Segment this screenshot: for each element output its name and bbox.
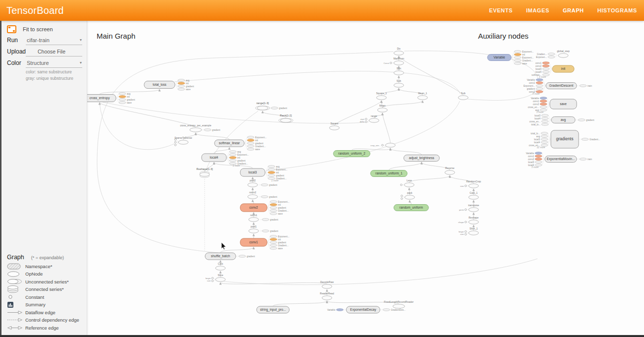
graph-node-sub[interactable]: Sub	[394, 79, 404, 88]
bottom-scrollbar[interactable]	[0, 335, 644, 337]
graph-canvas[interactable]: avginitgradientsavetotal_lossavginitgrad…	[87, 21, 644, 335]
graph-node-grads[interactable]: Gradient...total_lo...avglocal3local4cro…	[529, 130, 600, 149]
graph-node-sq[interactable]: Square	[329, 122, 339, 130]
graph-node-r13[interactable]: gradientrange[1-3]	[256, 102, 288, 110]
svg-text:local4: local4	[534, 141, 540, 144]
graph-node-var[interactable]: Exponent...initExponent...Gradient...sav…	[487, 51, 534, 65]
graph-node-pack[interactable]: pack	[401, 191, 415, 200]
graph-node-rsr[interactable]: shapeReshape	[458, 216, 479, 225]
graph-node-sm[interactable]: Exponent...initgradientGradient...saveso…	[215, 136, 267, 151]
svg-text:conv1: conv1	[528, 155, 535, 158]
graph-node-n2[interactable]: gradientnorm2	[248, 191, 277, 199]
graph-node-ru2[interactable]: random_uniform_2	[333, 151, 370, 157]
mouse-cursor	[221, 242, 226, 250]
tab-graph[interactable]: GRAPH	[563, 7, 584, 13]
graph-node-less[interactable]: Less	[400, 179, 414, 187]
graph-node-avg[interactable]: gradientlocal3local4cross_en...total_lo.…	[530, 114, 595, 126]
graph-node-rev[interactable]: Reverse	[445, 167, 455, 175]
svg-text:conv1: conv1	[249, 240, 258, 244]
svg-text:conv1: conv1	[533, 100, 539, 103]
svg-text:Const: Const	[383, 62, 389, 64]
legend-item-control-edge: Control dependency edge	[7, 316, 85, 324]
graph-node-slice[interactable]: beginsizeSlice	[206, 274, 225, 282]
graph-node-tr[interactable]: permtranspose	[459, 204, 479, 212]
svg-text:FixedLengthRecordReader: FixedLengthRecordReader	[384, 300, 414, 303]
svg-text:total_lo...: total_lo...	[531, 132, 540, 135]
run-select[interactable]: cifar-train ▾	[26, 36, 82, 45]
svg-text:init: init	[255, 139, 259, 142]
tab-histograms[interactable]: HISTOGRAMS	[597, 7, 637, 13]
graph-node-c1[interactable]: Exponent...initgradientGradient...saveco…	[240, 235, 289, 250]
graph-legend: Graph (* = expandable) Namespace*OpNodeU…	[7, 254, 85, 332]
color-select-value: Structure	[27, 60, 49, 66]
svg-text:perm: perm	[459, 209, 464, 211]
svg-text:cross_en...: cross_en...	[528, 106, 539, 109]
svg-text:Sub: Sub	[461, 92, 466, 95]
graph-node-flrr[interactable]: FixedLengthRecordReader	[384, 300, 414, 309]
graph-node-cast[interactable]: Cast	[215, 262, 225, 271]
graph-node-mn1[interactable]: Mean_1	[418, 92, 428, 100]
graph-node-rng[interactable]: startdeltarange	[360, 114, 379, 123]
graph-node-sq1[interactable]: Square_1	[376, 92, 387, 100]
svg-text:gradient: gradient	[237, 160, 246, 162]
fit-to-screen-button[interactable]: Fit to screen	[7, 25, 53, 33]
graph-node-max[interactable]: ConstMaximum	[383, 57, 404, 65]
svg-text:GradientDescent: GradientDescent	[549, 84, 574, 87]
svg-text:avg: avg	[561, 118, 566, 122]
graph-node-ce[interactable]: avginitgradientsavecross_entropy	[87, 93, 135, 104]
svg-text:norm1: norm1	[250, 214, 257, 217]
graph-node-sip[interactable]: string_input_pro...	[257, 306, 289, 313]
graph-node-gs[interactable]: Gradien...Exponen...global_step	[536, 50, 570, 58]
graph-node-l4[interactable]: avgExponent...initgradientGradient...1 m…	[202, 151, 249, 167]
svg-text:Sub: Sub	[397, 79, 401, 82]
graph-node-save[interactable]: Variableconv1conv2cross_en...avg3 moresa…	[528, 97, 577, 113]
svg-text:Variable: Variable	[493, 56, 505, 59]
run-select-value: cifar-train	[27, 37, 50, 43]
graph-node-gd[interactable]: trainVariableconv1Exponent...gradientcon…	[524, 79, 592, 95]
color-select[interactable]: Structure ▾	[26, 59, 82, 68]
svg-text:save: save	[522, 62, 527, 65]
choose-file-button[interactable]: Choose File	[26, 48, 82, 56]
svg-text:gradient: gradient	[247, 255, 255, 258]
tab-events[interactable]: EVENTS	[489, 7, 513, 13]
upload-label: Upload	[7, 48, 26, 55]
graph-node-init[interactable]: conv1conv2local3local4softmax...3 morein…	[532, 62, 574, 78]
graph-node-cst1[interactable]: Cast_1	[469, 191, 479, 200]
graph-node-mean[interactable]: Mean	[377, 104, 387, 112]
graph-node-sb[interactable]: gradientshuffle_batch	[205, 253, 255, 260]
graph-node-p1[interactable]: gradientpool1	[249, 225, 278, 233]
app-title: TensorBoard	[6, 0, 64, 21]
svg-text:shuffle_batch: shuffle_batch	[211, 254, 230, 258]
svg-text:Sqrt: Sqrt	[396, 67, 401, 70]
graph-node-ema[interactable]: trainVariableconv1conv2local3local43 mor…	[526, 152, 592, 168]
svg-text:gradients: gradients	[556, 136, 574, 141]
svg-text:save: save	[186, 88, 191, 91]
main-graph-title: Main Graph	[97, 32, 135, 40]
tab-images[interactable]: IMAGES	[526, 7, 549, 13]
svg-text:SparseToDense: SparseToDense	[174, 136, 192, 139]
svg-text:1 more: 1 more	[271, 179, 279, 182]
graph-node-rc[interactable]: sizeRandomCrop	[460, 180, 481, 188]
svg-text:gradient: gradient	[270, 219, 278, 221]
graph-node-ru1[interactable]: random_uniform_1	[371, 170, 407, 177]
graph-node-l3[interactable]: avgExponent...initgradientGradient...1 m…	[240, 166, 287, 182]
graph-node-ab[interactable]: adjust_brightness	[404, 155, 439, 162]
graph-node-crop[interactable]: crop_win...	[371, 143, 395, 147]
graph-node-rr[interactable]: ReaderRead	[320, 292, 334, 300]
svg-text:begin: begin	[206, 277, 211, 280]
graph-node-rs13[interactable]: Reshape[1-3]	[196, 168, 213, 177]
svg-text:save: save	[127, 102, 132, 104]
graph-node-tl[interactable]: avginitgradientsavetotal_loss	[144, 79, 194, 91]
color-legend-note: color: same substructure gray: unique su…	[26, 69, 73, 82]
svg-text:init: init	[522, 54, 526, 56]
graph-node-std[interactable]: SparseToDense	[174, 136, 192, 146]
graph-node-sl1[interactable]: beginsizeSlice_1	[459, 227, 479, 236]
graph-node-ru[interactable]: random_uniform	[394, 205, 429, 211]
svg-text:size: size	[460, 233, 464, 235]
left-scrollbar[interactable]	[0, 21, 1, 337]
graph-node-sqrt[interactable]: Sqrt	[394, 67, 404, 75]
legend-item-label: Constant	[25, 294, 44, 300]
graph-node-cep[interactable]: gradientcross_entropy_per_example	[180, 124, 220, 132]
graph-node-c2[interactable]: Exponent...initgradientGradient...saveco…	[240, 201, 289, 215]
graph-node-div[interactable]: Div	[394, 47, 404, 56]
